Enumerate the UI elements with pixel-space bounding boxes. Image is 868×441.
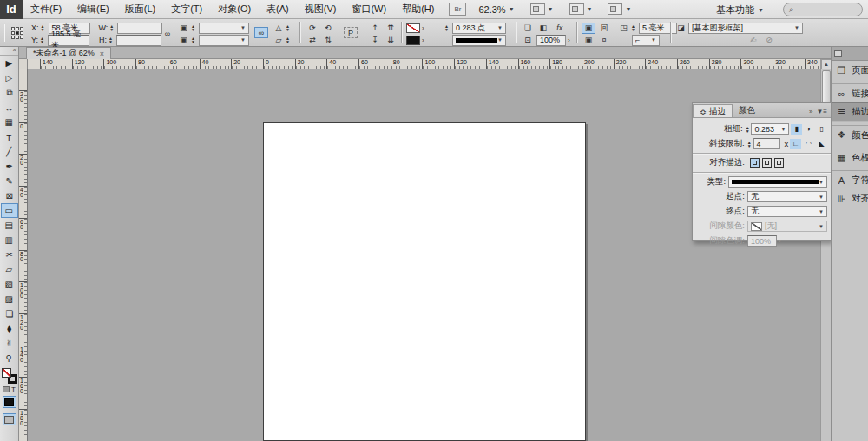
align-outside-button[interactable] xyxy=(774,158,784,168)
stroke-type-dropdown[interactable]: ▼ xyxy=(452,35,506,46)
weight-stepper[interactable]: ▲▼ xyxy=(746,126,752,133)
dock-item-swatches[interactable]: ▦ 色板 xyxy=(832,148,868,167)
rotate-90-cw-icon[interactable]: ⟳ xyxy=(306,23,319,34)
quick-apply-icon[interactable]: ✍ xyxy=(746,35,760,46)
screen-mode-button[interactable] xyxy=(3,413,16,425)
bevel-join-button[interactable]: ◣ xyxy=(816,139,827,149)
formatting-affects-container-button[interactable] xyxy=(3,386,10,392)
round-join-button[interactable]: ◠ xyxy=(803,139,814,149)
document-tab[interactable]: *未命名-1 @ 62% × xyxy=(26,47,111,59)
selection-tool[interactable]: ▶ xyxy=(1,56,18,70)
dock-item-character[interactable]: A 字符 xyxy=(832,170,868,189)
zoom-level-dropdown[interactable]: 62.3% ▼ xyxy=(475,3,517,16)
height-field[interactable] xyxy=(116,35,161,46)
align-center-button[interactable] xyxy=(750,158,760,168)
y-stepper[interactable]: ▲▼ xyxy=(40,36,46,43)
menu-item[interactable]: 表(A) xyxy=(259,0,297,19)
gap-tool[interactable]: ↔ xyxy=(1,100,18,115)
select-content-icon[interactable]: ↥ xyxy=(368,23,382,34)
dock-item-align[interactable]: ⊪ 对齐 xyxy=(832,189,868,208)
scale-y-stepper[interactable]: ▲▼ xyxy=(191,36,197,43)
menu-item[interactable]: 视图(V) xyxy=(297,0,345,19)
fill-none-swatch[interactable] xyxy=(2,368,11,378)
panel-collapse-right-icon[interactable]: » xyxy=(809,108,816,117)
butt-cap-button[interactable]: ▮ xyxy=(791,124,802,135)
pen-tool[interactable]: ✒ xyxy=(1,159,18,174)
wrap-bounding-box-button[interactable]: 回 xyxy=(597,23,611,34)
weight-dropdown[interactable]: 0.283▼ xyxy=(751,123,789,135)
tab-color[interactable]: 颜色 xyxy=(733,104,761,117)
scale-x-stepper[interactable]: ▲▼ xyxy=(191,24,197,31)
select-previous-object-icon[interactable]: ⇈ xyxy=(384,23,398,34)
constrain-proportions-icon[interactable]: ∞ xyxy=(161,28,174,39)
menu-item[interactable]: 文字(T) xyxy=(163,0,210,19)
shear-angle-stepper[interactable]: ▲▼ xyxy=(286,36,292,43)
expand-panels-icon[interactable] xyxy=(834,50,842,57)
corner-shape-dropdown[interactable]: ⌐▼ xyxy=(632,35,660,46)
menu-item[interactable]: 窗口(W) xyxy=(344,0,394,19)
menu-item[interactable]: 文件(F) xyxy=(23,0,69,19)
type-tool[interactable]: T xyxy=(1,129,18,144)
dock-item-color[interactable]: ❖ 颜色 xyxy=(832,125,868,144)
scale-y-dropdown[interactable]: ▼ xyxy=(199,35,249,46)
stroke-weight-dropdown[interactable]: 0.283 点▼ xyxy=(452,23,506,34)
content-collector-tool[interactable]: ▦ xyxy=(1,115,18,129)
start-dropdown[interactable]: 无▼ xyxy=(747,191,827,202)
gradient-feather-tool[interactable]: ▨ xyxy=(1,292,18,306)
stroke-color-expand-icon[interactable]: › xyxy=(422,24,424,32)
arrange-documents-dropdown[interactable]: ▼ xyxy=(604,3,635,16)
miter-join-button[interactable]: ∟ xyxy=(790,139,801,149)
drop-shadow-icon[interactable]: ❏ xyxy=(521,23,535,34)
fill-color-expand-icon[interactable]: › xyxy=(422,36,424,44)
vertical-ruler[interactable]: 20020406080100120140160180200 xyxy=(19,69,28,441)
dock-item-links[interactable]: ∞ 链接 xyxy=(832,83,868,102)
scale-x-dropdown[interactable]: ▼ xyxy=(199,23,249,34)
wrap-jump-button[interactable]: ¤ xyxy=(597,35,611,46)
miter-limit-field[interactable]: 4 xyxy=(753,138,781,149)
menu-item[interactable]: 对象(O) xyxy=(210,0,259,19)
effects-icon[interactable]: fx. xyxy=(552,23,569,34)
panel-collapse-icon[interactable]: ≎ xyxy=(700,107,707,116)
apply-color-button[interactable] xyxy=(3,396,16,408)
eyedropper-tool[interactable]: ⧫ xyxy=(1,321,18,336)
panel-menu-icon[interactable]: ▼≡ xyxy=(816,108,831,117)
rotate-90-ccw-icon[interactable]: ⟲ xyxy=(321,23,335,34)
round-cap-button[interactable]: ◗ xyxy=(804,124,815,135)
frame-tool[interactable]: ⊠ xyxy=(1,188,18,203)
formatting-affects-text-button[interactable]: T xyxy=(11,385,16,393)
workspace-switcher[interactable]: 基本功能 ▼ xyxy=(716,0,764,19)
ruler-origin-corner[interactable] xyxy=(19,59,28,69)
y-position-field[interactable]: 185.5 毫米 xyxy=(48,35,89,46)
tab-stroke[interactable]: ≎ 描边 xyxy=(693,104,733,117)
direct-selection-tool[interactable]: ▷ xyxy=(1,70,18,85)
wrap-object-shape-button[interactable]: ▣ xyxy=(582,35,595,46)
reference-point-proxy[interactable] xyxy=(11,27,23,39)
rotation-angle-stepper[interactable]: ▲▼ xyxy=(286,24,292,31)
close-icon[interactable]: × xyxy=(100,49,104,58)
bridge-button[interactable]: Br xyxy=(449,3,466,16)
note-tool[interactable]: ❏ xyxy=(1,306,18,321)
menu-item[interactable]: 版面(L) xyxy=(117,0,163,19)
select-container-button[interactable]: P xyxy=(344,27,358,38)
projecting-cap-button[interactable]: ▯ xyxy=(816,124,827,135)
opacity-field[interactable]: 100% xyxy=(536,35,566,46)
horizontal-grid-tool[interactable]: ▤ xyxy=(1,218,18,233)
opacity-expand-icon[interactable]: › xyxy=(568,36,570,44)
pencil-tool[interactable]: ✎ xyxy=(1,174,18,188)
stroke-color-swatch[interactable] xyxy=(406,23,420,33)
clear-overrides-icon[interactable]: ⊘ xyxy=(762,35,776,46)
search-input[interactable]: ⌕ xyxy=(783,3,863,16)
scissors-tool[interactable]: ✂ xyxy=(1,247,18,262)
fill-color-swatch[interactable] xyxy=(406,36,420,45)
document-page[interactable] xyxy=(263,122,586,441)
gradient-swatch-tool[interactable]: ▧ xyxy=(1,277,18,292)
select-container-icon[interactable]: ↧ xyxy=(368,35,382,46)
page-tool[interactable]: ⧉ xyxy=(1,85,18,100)
flip-horizontal-icon[interactable]: ⇄ xyxy=(306,35,319,46)
miter-stepper[interactable]: ▲▼ xyxy=(747,141,753,148)
view-options-dropdown[interactable]: ▼ xyxy=(527,3,557,16)
horizontal-ruler[interactable]: 1401201008060402002040608010012014016018… xyxy=(28,59,820,69)
w-stepper[interactable]: ▲▼ xyxy=(109,24,115,31)
transparency-icon[interactable]: ◧ xyxy=(536,23,550,34)
stroke-weight-stepper[interactable]: ▲▼ xyxy=(444,24,450,31)
